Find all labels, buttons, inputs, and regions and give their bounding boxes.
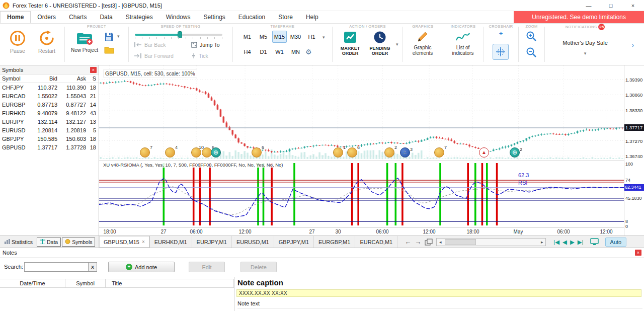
crosshair-button[interactable] (493, 44, 509, 60)
ribbon-expand-button[interactable]: › (629, 39, 637, 52)
maximize-button[interactable]: □ (600, 0, 622, 11)
add-note-button[interactable]: + Add note (108, 262, 175, 272)
close-button[interactable]: × (622, 0, 644, 11)
restart-button[interactable]: Restart (33, 30, 60, 54)
news-marker-gold-icon[interactable]: 2 (384, 147, 394, 158)
timeframe-m1-button[interactable]: M1 (240, 31, 255, 43)
indicator-chart-canvas[interactable] (99, 161, 624, 227)
search-input[interactable] (24, 262, 89, 272)
zoom-in-button[interactable] (526, 31, 537, 42)
orders-dropdown-chevron-icon[interactable]: ▾ (396, 42, 398, 47)
chart-tab-eurcad-m1[interactable]: EURCAD,M1 (355, 236, 397, 248)
hscroll-right-icon[interactable]: ▸ (538, 240, 545, 245)
symbol-row-gbpusd[interactable]: GBPUSD1.377171.3772818 (0, 143, 99, 151)
timeframe-dropdown-chevron-icon[interactable]: ▾ (323, 35, 325, 40)
chart-tab-eurgbp-m1[interactable]: EURGBP,M1 (314, 236, 355, 248)
panel-tab-symbols[interactable]: Symbols (62, 238, 95, 247)
hscroll-left-icon[interactable]: ◂ (437, 240, 444, 245)
pause-button[interactable]: Pause (5, 30, 30, 54)
symbol-row-eurjpy[interactable]: EURJPY132.114132.12713 (0, 117, 99, 126)
pending-order-button[interactable]: PENDING ORDER (366, 30, 394, 56)
menu-windows[interactable]: Windows (159, 11, 197, 23)
new-project-button[interactable]: New Project (70, 31, 99, 53)
edit-note-button[interactable]: Edit (189, 262, 225, 272)
auto-scroll-button[interactable]: Auto (605, 238, 627, 247)
menu-orders[interactable]: Orders (31, 11, 62, 23)
news-marker-blue-icon[interactable]: ∴3 (400, 147, 410, 158)
unregistered-banner[interactable]: Unregistered. See demo limitations (514, 11, 644, 23)
news-marker-gold-icon[interactable]: 6 (347, 147, 357, 158)
symbol-row-chfjpy[interactable]: CHFJPY110.372110.39018 (0, 83, 99, 92)
chart-tab-eurusd-m1[interactable]: EURUSD,M1 (232, 236, 274, 248)
notifications-chevron-icon[interactable]: ▾ (545, 51, 625, 56)
windows-layout-icon[interactable] (425, 239, 433, 246)
symbols-panel-close-icon[interactable]: × (90, 67, 97, 73)
market-order-button[interactable]: MARKET ORDER (337, 30, 364, 56)
zoom-out-button[interactable] (526, 47, 537, 58)
news-marker-gold-icon[interactable]: 4 (165, 147, 175, 158)
menu-strategies[interactable]: Strategies (119, 11, 159, 23)
timeframe-mn-button[interactable]: MN (288, 46, 303, 58)
menu-store[interactable]: Store (272, 11, 299, 23)
note-datetime-field[interactable]: XXXX.XX.XX XX:XX (236, 289, 641, 297)
timeframe-d1-button[interactable]: D1 (256, 46, 271, 58)
chart-tab-eurhkd-m1[interactable]: EURHKD,M1 (150, 236, 192, 248)
tabs-scroll-right-icon[interactable]: → (415, 238, 421, 246)
delete-note-button[interactable]: Delete (240, 262, 277, 272)
news-marker-gold-icon[interactable]: 6 (252, 147, 262, 158)
timeframe-settings-gear-icon[interactable]: ⚙ (305, 48, 312, 56)
symbol-row-gbpjpy[interactable]: GBPJPY150.585150.60318 (0, 134, 99, 143)
step-back-button[interactable]: ◀ (562, 239, 567, 246)
notes-close-icon[interactable]: × (635, 250, 641, 256)
menu-home[interactable]: Home (0, 11, 31, 23)
jump-to-button[interactable]: Jump To (191, 42, 220, 48)
step-last-button[interactable]: ▶| (578, 239, 584, 246)
panel-tab-statistics[interactable]: Statistics (2, 238, 36, 247)
search-clear-button[interactable]: X (89, 262, 97, 272)
save-project-button[interactable] (104, 32, 114, 42)
chart-tab-eurjpy-m1[interactable]: EURJPY,M1 (192, 236, 232, 248)
menu-charts[interactable]: Charts (62, 11, 93, 23)
monitor-icon[interactable] (590, 238, 599, 246)
news-marker-gold-icon[interactable]: 7 (140, 147, 150, 158)
timeframe-m5-button[interactable]: M5 (256, 31, 271, 43)
hscroll-thumb[interactable] (445, 239, 476, 245)
list-of-indicators-button[interactable]: List of indicators (449, 30, 477, 56)
symbol-row-eurusd[interactable]: EURUSD1.208141.208195 (0, 126, 99, 134)
timeframe-m30-button[interactable]: M30 (288, 31, 303, 43)
news-marker-canada-icon[interactable]: ▲ (479, 147, 489, 158)
chart-tab-gbpusd-m15[interactable]: GBPUSD,M15× (99, 236, 150, 248)
price-chart-canvas[interactable] (99, 65, 624, 161)
minimize-button[interactable]: — (578, 0, 600, 11)
timeframe-h4-button[interactable]: H4 (240, 46, 255, 58)
graphic-elements-button[interactable]: Graphic elements (409, 30, 437, 56)
tabs-scroll-left-icon[interactable]: ← (405, 238, 411, 246)
speed-slider[interactable] (135, 34, 222, 36)
bar-forward-button[interactable]: Bar Forward (134, 53, 174, 59)
menu-settings[interactable]: Settings (197, 11, 231, 23)
note-text[interactable]: Note text (237, 300, 642, 309)
step-forward-button[interactable]: ▶ (570, 239, 575, 246)
price-axis[interactable]: 1.393901.388601.383301.372701.367401.377… (624, 65, 644, 236)
symbol-row-eurgbp[interactable]: EURGBP0.877130.8772714 (0, 100, 99, 109)
project-dropdown-chevron-icon[interactable]: ▾ (117, 34, 120, 39)
news-marker-gold-icon[interactable]: 1 (333, 147, 343, 158)
chart-horizontal-scrollbar[interactable]: ◂ ▸ (436, 238, 546, 246)
news-marker-gold-icon[interactable]: 10 (191, 147, 201, 158)
menu-help[interactable]: Help (299, 11, 325, 23)
news-marker-teal-icon[interactable]: ⊕2 (510, 147, 520, 158)
news-marker-gold-icon[interactable]: 6 (202, 147, 212, 158)
timeframe-h1-button[interactable]: H1 (304, 31, 319, 43)
step-first-button[interactable]: |◀ (553, 239, 559, 246)
symbol-row-eurhkd[interactable]: EURHKD9.480799.4812243 (0, 109, 99, 117)
bar-back-button[interactable]: Bar Back (134, 42, 166, 48)
chart-tab-gbpjpy-m1[interactable]: GBPJPY,M1 (274, 236, 314, 248)
chart-tab-close-icon[interactable]: × (142, 239, 145, 245)
timeframe-w1-button[interactable]: W1 (272, 46, 287, 58)
tick-button[interactable]: Tick (191, 53, 208, 59)
news-marker-teal-icon[interactable]: ⊕ (211, 147, 221, 158)
menu-data[interactable]: Data (93, 11, 119, 23)
chart-area[interactable]: GBPUSD, M15, cell: 530, scale: 100% XU v… (99, 65, 624, 236)
symbol-row-eurcad[interactable]: EURCAD1.550221.5504321 (0, 92, 99, 100)
notification-item[interactable]: Mother's Day Sale (545, 40, 625, 46)
